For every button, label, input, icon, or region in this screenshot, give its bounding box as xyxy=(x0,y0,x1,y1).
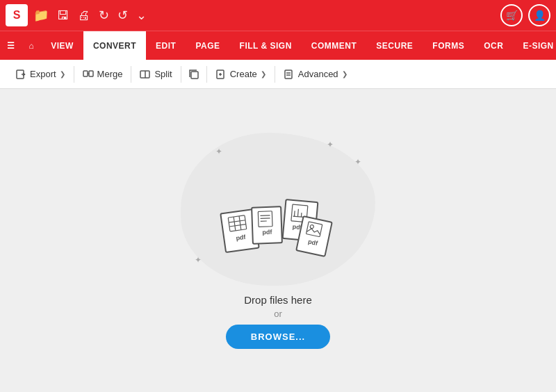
merge-icon xyxy=(83,69,94,80)
pdf-doc-image: pdf xyxy=(295,215,333,256)
top-bar: S 📁 🖫 🖨 ↻ ↺ ⌄ 🛒 👤 xyxy=(0,0,556,31)
app-logo[interactable]: S xyxy=(6,4,28,26)
divider-5 xyxy=(275,66,275,83)
advanced-icon xyxy=(284,69,295,80)
split-icon xyxy=(140,69,151,80)
nav-item-forms[interactable]: FORMS xyxy=(423,31,474,60)
create-button[interactable]: Create ❯ xyxy=(208,60,273,88)
pdf-files-illustration: pdf pdf xyxy=(222,164,334,254)
svg-rect-11 xyxy=(285,70,292,79)
drop-text: Drop files here or BROWSE... xyxy=(226,294,330,349)
nav-item-secure[interactable]: SECURE xyxy=(366,31,423,60)
svg-rect-14 xyxy=(228,215,247,231)
nav-home-icon[interactable]: ⌂ xyxy=(22,31,42,60)
folder-open-icon[interactable]: 📁 xyxy=(33,8,49,23)
svg-rect-2 xyxy=(83,71,88,76)
or-label: or xyxy=(226,309,330,319)
sparkle-3: ✦ xyxy=(195,255,202,265)
sparkle-2: ✦ xyxy=(327,140,334,149)
svg-rect-7 xyxy=(191,72,198,79)
split-button[interactable]: Split xyxy=(133,60,179,88)
svg-rect-3 xyxy=(89,71,93,76)
export-button[interactable]: Export ❯ xyxy=(8,60,72,88)
nav-item-page[interactable]: PAGE xyxy=(186,31,229,60)
drop-blob[interactable]: ✦ ✦ ✦ ✦ pdf xyxy=(181,133,375,286)
svg-point-29 xyxy=(310,224,314,229)
cart-icon[interactable]: 🛒 xyxy=(500,4,523,26)
redo-icon[interactable]: ↺ xyxy=(117,8,128,23)
more-tools-icon[interactable]: ⌄ xyxy=(136,8,147,23)
copy-icon xyxy=(188,69,199,80)
nav-item-convert[interactable]: CONVERT xyxy=(83,31,146,60)
svg-line-16 xyxy=(229,224,246,226)
save-icon[interactable]: 🖫 xyxy=(57,8,70,23)
advanced-button[interactable]: Advanced ❯ xyxy=(277,60,354,88)
create-icon xyxy=(215,69,227,80)
export-icon xyxy=(15,69,26,80)
divider-1 xyxy=(74,66,74,83)
divider-3 xyxy=(181,66,181,83)
sparkle-4: ✦ xyxy=(354,157,361,167)
create-chevron: ❯ xyxy=(261,70,266,78)
browse-button[interactable]: BROWSE... xyxy=(226,325,330,349)
svg-line-17 xyxy=(234,217,236,231)
merge-button[interactable]: Merge xyxy=(76,60,130,88)
svg-line-26 xyxy=(301,213,302,217)
nav-menu-icon[interactable]: ☰ xyxy=(0,31,22,60)
top-tools: 📁 🖫 🖨 ↻ ↺ ⌄ xyxy=(33,8,500,23)
copy-page-button[interactable] xyxy=(183,69,205,80)
user-icon[interactable]: 👤 xyxy=(528,4,550,26)
nav-item-ocr[interactable]: OCR xyxy=(474,31,513,60)
advanced-chevron: ❯ xyxy=(342,70,348,78)
svg-line-25 xyxy=(297,209,298,216)
divider-2 xyxy=(131,66,131,83)
nav-bar: ☰ ⌂ VIEW CONVERT EDIT PAGE FILL & SIGN C… xyxy=(0,31,556,60)
svg-line-15 xyxy=(229,220,245,222)
toolbar-strip: Export ❯ Merge Split Create ❯ xyxy=(0,60,556,89)
nav-item-comment[interactable]: COMMENT xyxy=(302,31,367,60)
main-content: ✦ ✦ ✦ ✦ pdf xyxy=(0,89,556,392)
pdf-doc-text: pdf xyxy=(251,206,283,245)
print-icon[interactable]: 🖨 xyxy=(78,8,90,23)
export-chevron: ❯ xyxy=(60,70,65,78)
nav-item-fill-sign[interactable]: FILL & SIGN xyxy=(230,31,302,60)
nav-item-edit[interactable]: EDIT xyxy=(146,31,186,60)
drop-zone-container[interactable]: ✦ ✦ ✦ ✦ pdf xyxy=(181,133,375,349)
svg-line-24 xyxy=(294,211,295,216)
divider-4 xyxy=(206,66,207,83)
svg-line-18 xyxy=(239,215,241,229)
nav-item-view[interactable]: VIEW xyxy=(41,31,83,60)
undo-icon[interactable]: ↻ xyxy=(99,8,109,23)
sparkle-1: ✦ xyxy=(215,147,222,156)
nav-item-esign[interactable]: E-SIGN xyxy=(513,31,556,60)
drop-files-label: Drop files here xyxy=(226,294,330,306)
top-bar-right: 🛒 👤 xyxy=(500,4,550,26)
